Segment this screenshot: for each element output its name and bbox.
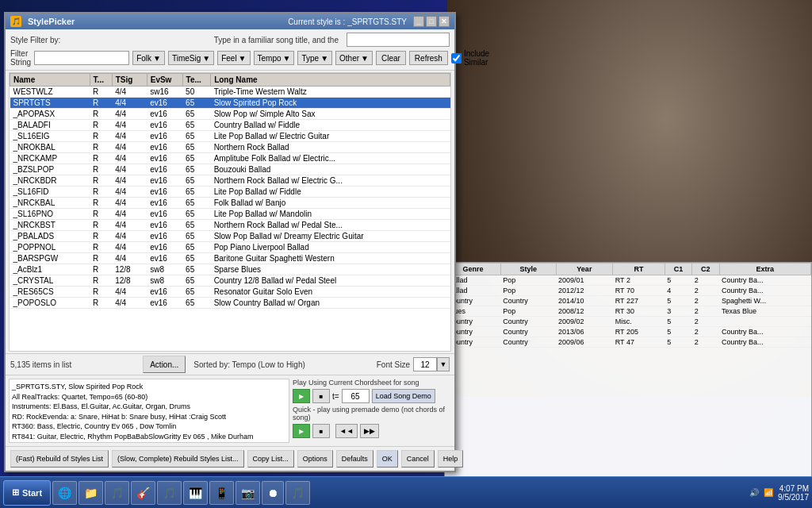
table-row[interactable]: _POPOSLOR4/4ev1665Slow Country Ballad w/… bbox=[10, 298, 450, 309]
te-cell: 65 bbox=[182, 164, 211, 175]
tempo-input[interactable] bbox=[342, 389, 370, 403]
tempo-dropdown[interactable]: Tempo ▼ bbox=[254, 51, 295, 65]
timesig-dropdown[interactable]: TimeSig ▼ bbox=[168, 51, 214, 65]
longname-cell: Pop Piano Liverpool Ballad bbox=[211, 242, 450, 253]
quick-stop-button[interactable]: ■ bbox=[312, 424, 330, 438]
evsw-cell: ev16 bbox=[147, 109, 182, 120]
name-cell: _NRCKBAL bbox=[10, 198, 90, 209]
clear-button[interactable]: Clear bbox=[376, 51, 406, 65]
taskbar-keys[interactable]: 🎵 bbox=[285, 481, 310, 505]
font-size-dropdown[interactable]: ▼ bbox=[437, 357, 450, 371]
folk-dropdown[interactable]: Folk ▼ bbox=[132, 51, 165, 65]
table-row[interactable]: _SL16PNOR4/4ev1665Lite Pop Ballad w/ Man… bbox=[10, 209, 450, 220]
styles-table-body: WESTWLZR4/4sw1650Triple-Time Western Wal… bbox=[10, 87, 450, 309]
tsig-cell: 4/4 bbox=[112, 142, 147, 153]
col-header-tsig[interactable]: TSig bbox=[112, 74, 147, 87]
tsig-cell: 4/4 bbox=[112, 253, 147, 264]
col-header-te[interactable]: Te... bbox=[182, 74, 211, 87]
copy-list-button[interactable]: Copy List... bbox=[247, 450, 294, 468]
name-cell: _SL16EIG bbox=[10, 131, 90, 142]
defaults-button[interactable]: Defaults bbox=[336, 450, 373, 468]
table-row[interactable]: WESTWLZR4/4sw1650Triple-Time Western Wal… bbox=[10, 87, 450, 98]
taskbar-piano[interactable]: 🎹 bbox=[183, 481, 208, 505]
taskbar-folder[interactable]: 📁 bbox=[79, 481, 103, 505]
t-cell: R bbox=[90, 253, 112, 264]
slow-rebuild-button[interactable]: (Slow, Complete) Rebuild Styles List... bbox=[112, 450, 244, 468]
ext-table-row: CountryCountry2014/10RT 22752Spaghetti W… bbox=[446, 296, 811, 306]
te-cell: 65 bbox=[182, 131, 211, 142]
include-similar-checkbox[interactable] bbox=[451, 53, 462, 64]
ok-button[interactable]: OK bbox=[377, 450, 398, 468]
table-row[interactable]: _BZSLPOPR4/4ev1665Bouzouki Ballad bbox=[10, 164, 450, 175]
te-cell: 65 bbox=[182, 287, 211, 298]
evsw-cell: sw8 bbox=[147, 264, 182, 275]
longname-cell: Northern Rock Ballad w/ Electric G... bbox=[211, 175, 450, 187]
type-dropdown[interactable]: Type ▼ bbox=[297, 51, 332, 65]
bottom-toolbar: (Fast) Rebuild of Styles List (Slow, Com… bbox=[6, 446, 454, 471]
table-row[interactable]: SPRTGTSR4/4ev1665Slow Spirited Pop Rock bbox=[10, 98, 450, 109]
tsig-cell: 4/4 bbox=[112, 198, 147, 209]
taskbar-media[interactable]: 🎵 bbox=[105, 481, 129, 505]
table-row[interactable]: _PBALADSR4/4ev1665Slow Pop Ballad w/ Dre… bbox=[10, 231, 450, 242]
fast-rebuild-button[interactable]: (Fast) Rebuild of Styles List bbox=[10, 450, 109, 468]
play-button[interactable]: ▶ bbox=[293, 389, 310, 403]
t-cell: R bbox=[90, 220, 112, 231]
table-row[interactable]: _APOPASXR4/4ev1665Slow Pop w/ Simple Alt… bbox=[10, 109, 450, 120]
table-row[interactable]: _BARSPGWR4/4ev1665Baritone Guitar Spaghe… bbox=[10, 253, 450, 264]
table-row[interactable]: _AcBlz1R12/8sw865Sparse Blues bbox=[10, 264, 450, 275]
styles-table-container[interactable]: Name T... TSig EvSw Te... Long Name WEST… bbox=[9, 72, 451, 352]
te-cell: 65 bbox=[182, 198, 211, 209]
table-row[interactable]: _SL16FIDR4/4ev1665Lite Pop Ballad w/ Fid… bbox=[10, 187, 450, 198]
t-cell: R bbox=[90, 231, 112, 242]
bg-icon: 🎸 bbox=[136, 487, 150, 499]
maximize-button[interactable]: □ bbox=[426, 16, 437, 27]
longname-cell: Baritone Guitar Spaghetti Western bbox=[211, 253, 450, 264]
col-header-longname[interactable]: Long Name bbox=[211, 74, 450, 87]
filter-string-input[interactable] bbox=[34, 51, 129, 65]
extra-btn2[interactable]: ▶▶ bbox=[360, 424, 379, 438]
font-size-input[interactable] bbox=[413, 357, 437, 371]
feel-dropdown[interactable]: Feel ▼ bbox=[217, 51, 250, 65]
taskbar-bg[interactable]: 🎸 bbox=[131, 481, 155, 505]
cancel-button[interactable]: Cancel bbox=[401, 450, 435, 468]
table-row[interactable]: _BALADFIR4/4ev1665Country Ballad w/ Fidd… bbox=[10, 120, 450, 131]
longname-cell: Lite Pop Ballad w/ Electric Guitar bbox=[211, 131, 450, 142]
refresh-button[interactable]: Refresh bbox=[409, 51, 448, 65]
col-header-t[interactable]: T... bbox=[90, 74, 112, 87]
table-row[interactable]: _CRYSTALR12/8sw865Country 12/8 Ballad w/… bbox=[10, 275, 450, 287]
info-panel: _SPRTGTS.STY, Slow Spirited Pop RockAll … bbox=[6, 375, 454, 446]
close-button[interactable]: ✕ bbox=[439, 16, 450, 27]
table-row[interactable]: _NRCKAMPR4/4ev1665Amplitube Folk Ballad … bbox=[10, 153, 450, 164]
table-row[interactable]: _NRCKBALR4/4ev1665Folk Ballad w/ Banjo bbox=[10, 198, 450, 209]
other-dropdown[interactable]: Other ▼ bbox=[335, 51, 373, 65]
t-cell: R bbox=[90, 275, 112, 287]
load-song-demo-button[interactable]: Load Song Demo bbox=[372, 389, 435, 403]
start-button[interactable]: ⊞ Start bbox=[3, 480, 51, 506]
action-button[interactable]: Action... bbox=[143, 356, 186, 373]
taskbar-camera[interactable]: 📷 bbox=[236, 481, 260, 505]
stop-button[interactable]: ■ bbox=[312, 389, 330, 403]
col-header-name[interactable]: Name bbox=[10, 74, 90, 87]
minimize-button[interactable]: _ bbox=[413, 16, 424, 27]
taskbar-record[interactable]: ⏺ bbox=[262, 481, 284, 505]
song-title-input[interactable] bbox=[347, 33, 450, 47]
windows-icon: ⊞ bbox=[12, 487, 19, 498]
name-cell: _BARSPGW bbox=[10, 253, 90, 264]
extra-btn1[interactable]: ◄◄ bbox=[335, 424, 358, 438]
table-row[interactable]: _NRCKBSTR4/4ev1665Northern Rock Ballad w… bbox=[10, 220, 450, 231]
quick-play-button[interactable]: ▶ bbox=[293, 424, 310, 438]
taskbar-phone[interactable]: 📱 bbox=[209, 481, 234, 505]
options-button[interactable]: Options bbox=[297, 450, 333, 468]
help-button[interactable]: Help bbox=[438, 450, 464, 468]
table-row[interactable]: _POPPNOLR4/4ev1665Pop Piano Liverpool Ba… bbox=[10, 242, 450, 253]
table-row[interactable]: _NROKBALR4/4ev1665Northern Rock Ballad bbox=[10, 142, 450, 153]
table-row[interactable]: _SL16EIGR4/4ev1665Lite Pop Ballad w/ Ele… bbox=[10, 131, 450, 142]
evsw-cell: ev16 bbox=[147, 153, 182, 164]
taskbar-guitar[interactable]: 🎵 bbox=[157, 481, 182, 505]
table-row[interactable]: _RES65CSR4/4ev1665Resonator Guitar Solo … bbox=[10, 287, 450, 298]
taskbar-ie[interactable]: 🌐 bbox=[52, 481, 77, 505]
table-row[interactable]: _NRCKBDRR4/4ev1665Northern Rock Ballad w… bbox=[10, 175, 450, 187]
te-cell: 65 bbox=[182, 187, 211, 198]
col-header-evsw[interactable]: EvSw bbox=[147, 74, 182, 87]
phone-icon: 📱 bbox=[215, 487, 228, 499]
